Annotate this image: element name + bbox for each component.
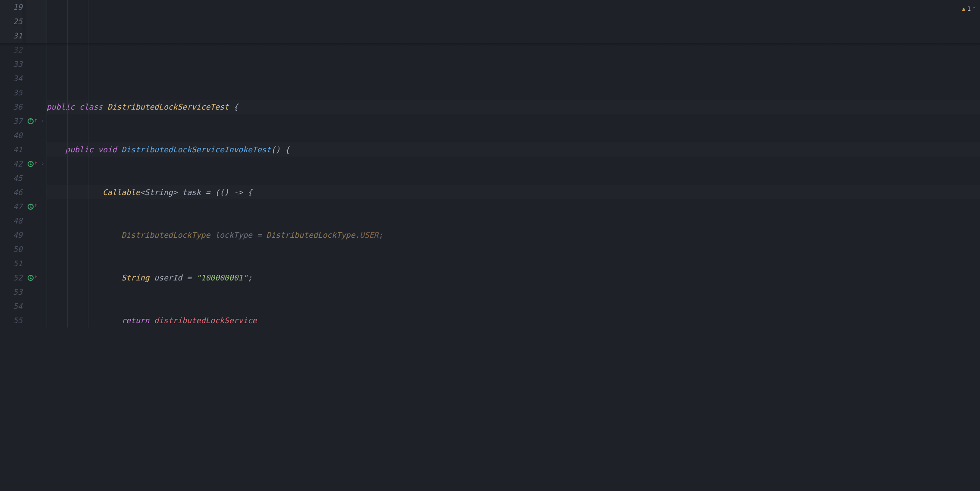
implements-icon[interactable] [28, 161, 34, 167]
line-number: 53 [0, 285, 22, 299]
warning-icon: ▲ [962, 2, 965, 16]
line-number: 42 [0, 157, 22, 171]
fold-column: › › [39, 0, 47, 327]
code-area[interactable]: public class DistributedLockServiceTest … [47, 0, 980, 327]
gutter-line-numbers[interactable]: 19 25 31 32 33 34 35 36 37 40 41 42 45 4… [0, 0, 26, 327]
warning-count: 1 [967, 2, 971, 16]
code-line: DistributedLockType lockType = Distribut… [47, 228, 980, 242]
line-number: 35 [0, 85, 22, 100]
line-number: 25 [0, 14, 22, 28]
line-number: 55 [0, 313, 22, 327]
line-number: 47 [0, 199, 22, 214]
code-line: return distributedLockService [47, 313, 980, 327]
line-number: 51 [0, 256, 22, 271]
line-number: 31 [0, 28, 22, 43]
line-number: 34 [0, 71, 22, 85]
code-line: public void DistributedLockServiceInvoke… [47, 142, 980, 157]
line-number: 19 [0, 0, 22, 14]
up-arrow-icon: ↑ [34, 156, 37, 170]
line-number: 45 [0, 171, 22, 185]
line-number: 49 [0, 228, 22, 242]
code-line: String userId = "100000001"; [47, 271, 980, 285]
up-arrow-icon: ↑ [34, 198, 37, 213]
line-number: 37 [0, 114, 22, 128]
code-line: public class DistributedLockServiceTest … [47, 100, 980, 114]
up-arrow-icon: ↑ [34, 113, 37, 127]
fold-chevron-icon[interactable]: › [41, 157, 44, 171]
fold-chevron-icon[interactable]: › [41, 114, 44, 128]
line-number: 52 [0, 271, 22, 285]
line-number: 46 [0, 185, 22, 199]
code-editor[interactable]: ▲ 1 ⌃ 19 25 31 32 33 34 35 36 37 40 41 4… [0, 0, 980, 327]
up-arrow-icon: ↑ [34, 270, 37, 284]
line-number: 48 [0, 214, 22, 228]
code-line: Callable<String> task = (() -> { [47, 185, 980, 199]
line-number: 32 [0, 43, 22, 57]
implements-icon[interactable] [28, 275, 34, 281]
chevron-up-icon: ⌃ [973, 2, 976, 16]
line-number: 54 [0, 299, 22, 313]
line-number: 40 [0, 128, 22, 142]
inspection-badge[interactable]: ▲ 1 ⌃ [962, 2, 976, 16]
line-number: 33 [0, 57, 22, 71]
implements-icon[interactable] [28, 118, 34, 124]
implements-icon[interactable] [28, 204, 34, 210]
line-number: 50 [0, 242, 22, 256]
line-number: 36 [0, 100, 22, 114]
gutter-icons: ↑ ↑ ↑ ↑ [26, 0, 39, 327]
line-number: 41 [0, 142, 22, 157]
